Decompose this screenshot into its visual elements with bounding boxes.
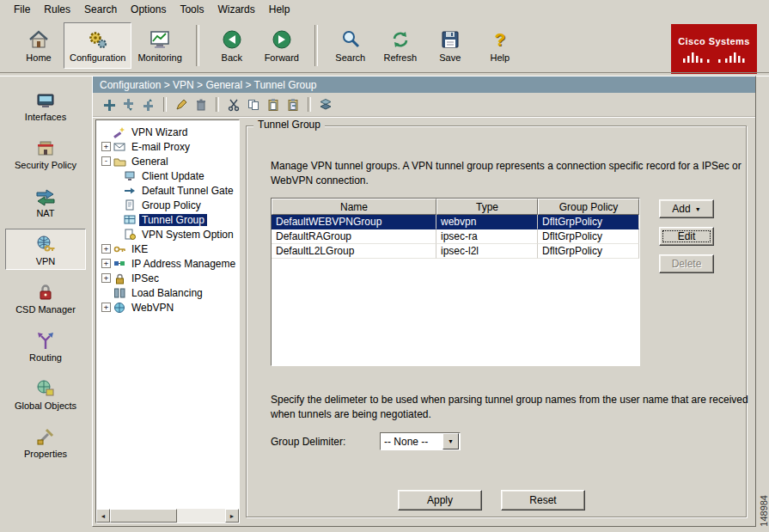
configuration-button[interactable]: Configuration — [64, 22, 131, 69]
scrollbar-thumb[interactable] — [110, 509, 177, 523]
column-header-type[interactable]: Type — [436, 199, 538, 215]
cell-type: webvpn — [436, 215, 538, 229]
table-row[interactable]: DefaultRAGroup ipsec-ra DfltGrpPolicy — [272, 229, 639, 244]
delimiter-description: Specify the delimeter to be used when pa… — [271, 393, 750, 423]
configuration-icon — [87, 28, 109, 51]
vpn-system-options-icon — [124, 229, 137, 241]
group-delimiter-value: -- None -- — [381, 436, 442, 448]
tree-item-tunnel-group[interactable]: Tunnel Group — [124, 212, 239, 227]
expand-icon[interactable]: + — [101, 142, 111, 151]
sidebar-item-security-policy[interactable]: Security Policy — [5, 132, 86, 174]
toolbar-separator — [314, 25, 318, 66]
tunnel-group-description: Manage VPN tunnel groups. A VPN tunnel g… — [271, 159, 750, 189]
sidebar-item-label: Properties — [24, 449, 67, 459]
menu-options[interactable]: Options — [124, 1, 173, 18]
edit-button[interactable]: Edit — [659, 227, 714, 246]
group-policy-icon — [124, 199, 137, 211]
menu-tools[interactable]: Tools — [173, 1, 211, 18]
delete-icon[interactable] — [193, 97, 209, 113]
expand-icon[interactable]: + — [101, 259, 111, 268]
tunnel-group-groupbox: Tunnel Group Manage VPN tunnel groups. A… — [246, 125, 747, 517]
cell-type: ipsec-ra — [436, 229, 538, 244]
menu-rules[interactable]: Rules — [37, 1, 77, 18]
refresh-button[interactable]: Refresh — [375, 22, 425, 69]
tree-item-label: Default Tunnel Gate — [139, 185, 236, 197]
main-panel: Configuration > VPN > General > Tunnel G… — [92, 76, 756, 527]
vpn-icon — [35, 234, 56, 254]
collapse-icon[interactable]: - — [101, 156, 111, 166]
tunnel-group-icon — [124, 214, 137, 226]
expand-icon[interactable]: + — [101, 273, 111, 283]
back-button[interactable]: Back — [207, 22, 257, 69]
apply-button[interactable]: Apply — [398, 490, 482, 511]
sidebar-item-routing[interactable]: Routing — [5, 325, 86, 366]
expand-icon[interactable]: + — [101, 244, 111, 254]
tree-item-label: VPN System Option — [139, 229, 236, 241]
back-label: Back — [222, 52, 242, 63]
layers-icon[interactable] — [318, 97, 333, 113]
insert-before-icon[interactable] — [141, 97, 156, 113]
tree-item-client-update[interactable]: Client Update — [124, 168, 239, 183]
sidebar-item-interfaces[interactable]: Interfaces — [5, 84, 86, 125]
reset-button[interactable]: Reset — [501, 490, 585, 511]
copy-icon[interactable] — [246, 97, 261, 113]
monitoring-button[interactable]: Monitoring — [131, 22, 187, 69]
ip-address-management-icon — [113, 258, 126, 270]
paste-special-icon[interactable] — [285, 97, 301, 113]
forward-button[interactable]: Forward — [257, 22, 307, 69]
tree-item-ip-address-management[interactable]: + IP Address Manageme — [101, 256, 239, 271]
delete-button[interactable]: Delete — [659, 254, 714, 273]
tree-item-webvpn[interactable]: + WebVPN — [101, 300, 239, 315]
save-button[interactable]: Save — [425, 22, 475, 69]
scroll-right-arrow[interactable]: ► — [225, 509, 239, 523]
tree-item-label: WebVPN — [129, 302, 176, 314]
help-button[interactable]: ? Help — [475, 22, 525, 69]
cut-icon[interactable] — [226, 97, 241, 113]
tree-item-vpn-wizard[interactable]: VPN Wizard — [101, 125, 239, 139]
add-icon[interactable] — [101, 97, 117, 113]
table-row[interactable]: DefaultWEBVPNGroup webvpn DfltGrpPolicy — [272, 215, 639, 229]
group-delimiter-select[interactable]: -- None -- ▼ — [380, 432, 461, 450]
sidebar-item-vpn[interactable]: VPN — [5, 229, 86, 270]
search-button[interactable]: Search — [326, 22, 375, 69]
sidebar-item-global-objects[interactable]: Global Objects — [5, 373, 86, 414]
tree-item-general[interactable]: - General — [101, 154, 239, 168]
menu-file[interactable]: File — [7, 1, 37, 18]
ike-icon — [113, 243, 126, 255]
sidebar-item-csd-manager[interactable]: CSD Manager — [5, 277, 86, 318]
save-label: Save — [439, 52, 461, 63]
sidebar-item-properties[interactable]: Properties — [5, 421, 86, 462]
combo-dropdown-button[interactable]: ▼ — [442, 433, 459, 449]
menu-search[interactable]: Search — [77, 1, 124, 18]
tree-horizontal-scrollbar[interactable]: ◄ ► — [96, 509, 239, 523]
paste-icon[interactable] — [265, 97, 281, 113]
add-button[interactable]: Add ▼ — [659, 199, 714, 218]
tree-item-group-policy[interactable]: Group Policy — [124, 198, 239, 212]
tree-item-load-balancing[interactable]: Load Balancing — [101, 285, 239, 300]
menu-wizards[interactable]: Wizards — [211, 1, 261, 18]
tree-item-email-proxy[interactable]: + E-mail Proxy — [101, 139, 239, 154]
menu-help[interactable]: Help — [262, 1, 297, 18]
insert-after-icon[interactable] — [121, 97, 137, 113]
edit-icon[interactable] — [174, 97, 189, 113]
scrollbar-track[interactable] — [110, 509, 225, 523]
tree-item-ipsec[interactable]: + IPSec — [101, 271, 239, 285]
tree-item-vpn-system-options[interactable]: VPN System Option — [124, 227, 239, 242]
email-proxy-icon — [113, 141, 126, 153]
column-header-group-policy[interactable]: Group Policy — [538, 199, 639, 215]
expand-icon[interactable]: + — [101, 303, 111, 312]
inner-toolbar-separator — [308, 97, 311, 112]
cell-name: DefaultWEBVPNGroup — [272, 215, 436, 229]
cisco-bridge-icon — [681, 49, 747, 63]
ipsec-icon — [113, 272, 126, 284]
tree-item-ike[interactable]: + IKE — [101, 242, 239, 256]
interfaces-icon — [35, 89, 56, 110]
sidebar-item-label: CSD Manager — [15, 304, 76, 315]
sidebar-item-nat[interactable]: NAT — [5, 180, 86, 222]
scroll-left-arrow[interactable]: ◄ — [96, 509, 110, 523]
tree-item-default-tunnel-gateway[interactable]: Default Tunnel Gate — [124, 183, 239, 198]
home-button[interactable]: Home — [14, 22, 64, 69]
column-header-name[interactable]: Name — [272, 199, 436, 215]
load-balancing-icon — [113, 287, 126, 299]
table-row[interactable]: DefaultL2LGroup ipsec-l2l DfltGrpPolicy — [272, 244, 639, 259]
